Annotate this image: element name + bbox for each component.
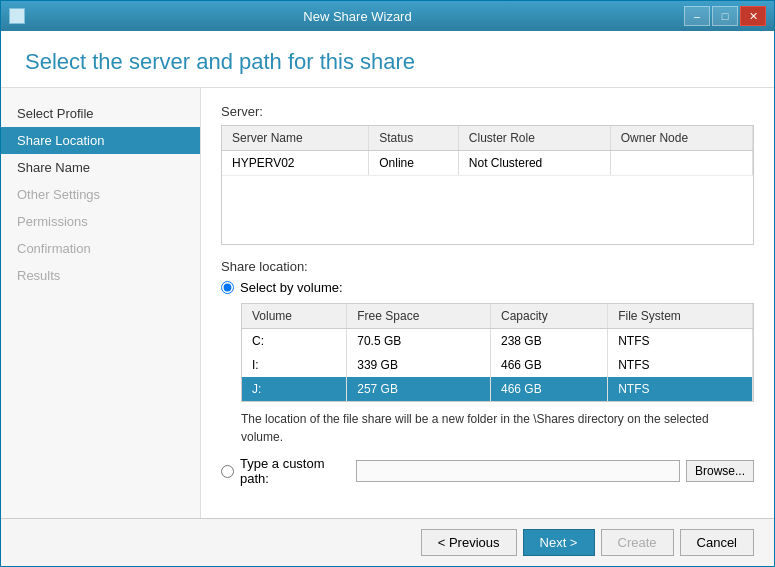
share-location-section: Share location: Select by volume: Volume… <box>221 259 754 486</box>
vol-j-free: 257 GB <box>347 377 491 401</box>
wizard-window: New Share Wizard – □ ✕ Select the server… <box>0 0 775 567</box>
vol-c-fs: NTFS <box>608 329 753 354</box>
volume-row-i[interactable]: I: 339 GB 466 GB NTFS <box>242 353 753 377</box>
col-server-name: Server Name <box>222 126 369 151</box>
vol-c-name: C: <box>242 329 347 354</box>
vol-col-capacity: Capacity <box>491 304 608 329</box>
create-button[interactable]: Create <box>601 529 674 556</box>
vol-j-cap: 466 GB <box>491 377 608 401</box>
vol-i-name: I: <box>242 353 347 377</box>
server-cluster-role-cell: Not Clustered <box>458 151 610 176</box>
title-bar: New Share Wizard – □ ✕ <box>1 1 774 31</box>
vol-col-file-system: File System <box>608 304 753 329</box>
sidebar-item-other-settings: Other Settings <box>1 181 200 208</box>
sidebar-item-select-profile[interactable]: Select Profile <box>1 100 200 127</box>
server-section-label: Server: <box>221 104 754 119</box>
cancel-button[interactable]: Cancel <box>680 529 754 556</box>
radio-by-volume-label[interactable]: Select by volume: <box>240 280 343 295</box>
close-button[interactable]: ✕ <box>740 6 766 26</box>
server-table: Server Name Status Cluster Role Owner No… <box>222 126 753 176</box>
server-table-container: Server Name Status Cluster Role Owner No… <box>221 125 754 245</box>
volume-row-j[interactable]: J: 257 GB 466 GB NTFS <box>242 377 753 401</box>
maximize-button[interactable]: □ <box>712 6 738 26</box>
custom-path-input[interactable] <box>356 460 680 482</box>
header-area: Select the server and path for this shar… <box>1 31 774 88</box>
vol-i-cap: 466 GB <box>491 353 608 377</box>
sidebar-item-share-name[interactable]: Share Name <box>1 154 200 181</box>
custom-path-label-text: Type a custom path: <box>240 456 350 486</box>
page-title: Select the server and path for this shar… <box>25 49 750 75</box>
vol-i-fs: NTFS <box>608 353 753 377</box>
volume-table-container: Volume Free Space Capacity File System C… <box>241 303 754 402</box>
server-status-cell: Online <box>369 151 459 176</box>
content-area: Select the server and path for this shar… <box>1 31 774 566</box>
sidebar-item-confirmation: Confirmation <box>1 235 200 262</box>
window-controls: – □ ✕ <box>684 6 766 26</box>
vol-j-fs: NTFS <box>608 377 753 401</box>
radio-custom-path[interactable] <box>221 465 234 478</box>
vol-i-free: 339 GB <box>347 353 491 377</box>
server-owner-node-cell <box>610 151 752 176</box>
col-owner-node: Owner Node <box>610 126 752 151</box>
vol-j-name: J: <box>242 377 347 401</box>
col-cluster-role: Cluster Role <box>458 126 610 151</box>
vol-c-cap: 238 GB <box>491 329 608 354</box>
previous-button[interactable]: < Previous <box>421 529 517 556</box>
main-panel: Server: Server Name Status Cluster Role … <box>201 88 774 518</box>
volume-table: Volume Free Space Capacity File System C… <box>242 304 753 401</box>
radio-custom-path-label[interactable]: Type a custom path: <box>221 456 350 486</box>
volume-row-c[interactable]: C: 70.5 GB 238 GB NTFS <box>242 329 753 354</box>
sidebar-item-permissions: Permissions <box>1 208 200 235</box>
col-status: Status <box>369 126 459 151</box>
next-button[interactable]: Next > <box>523 529 595 556</box>
sidebar-item-share-location[interactable]: Share Location <box>1 127 200 154</box>
radio-by-volume[interactable] <box>221 281 234 294</box>
main-area: Select Profile Share Location Share Name… <box>1 88 774 518</box>
custom-path-row: Type a custom path: Browse... <box>221 456 754 486</box>
vol-col-free-space: Free Space <box>347 304 491 329</box>
server-row[interactable]: HYPERV02 Online Not Clustered <box>222 151 753 176</box>
vol-c-free: 70.5 GB <box>347 329 491 354</box>
vol-col-volume: Volume <box>242 304 347 329</box>
radio-by-volume-group: Select by volume: <box>221 280 754 295</box>
sidebar-item-results: Results <box>1 262 200 289</box>
browse-button[interactable]: Browse... <box>686 460 754 482</box>
footer: < Previous Next > Create Cancel <box>1 518 774 566</box>
share-location-label: Share location: <box>221 259 754 274</box>
server-name-cell: HYPERV02 <box>222 151 369 176</box>
minimize-button[interactable]: – <box>684 6 710 26</box>
volume-info-text: The location of the file share will be a… <box>241 410 721 446</box>
sidebar: Select Profile Share Location Share Name… <box>1 88 201 518</box>
window-title: New Share Wizard <box>31 9 684 24</box>
wizard-icon <box>9 8 25 24</box>
